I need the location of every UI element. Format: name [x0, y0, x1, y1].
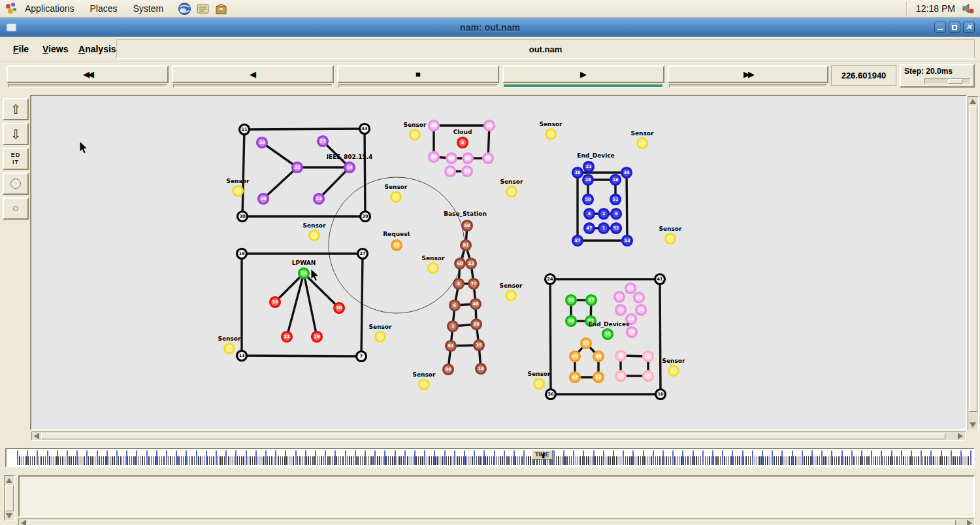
zoom-in-button[interactable]: ⇧ [3, 98, 29, 120]
window-titlebar[interactable]: nam: out.nam ✕ [0, 18, 980, 37]
back-button[interactable]: ◀ [172, 65, 334, 83]
net-node-29[interactable]: 29 [472, 320, 482, 330]
net-node-23[interactable]: 23 [318, 137, 328, 146]
net-node-25[interactable]: 25 [626, 284, 636, 294]
net-node-12[interactable]: 12 [594, 373, 604, 382]
net-node-sensor[interactable] [310, 231, 319, 241]
net-node-20[interactable]: 20 [259, 194, 269, 204]
net-node-13[interactable]: 13 [237, 351, 247, 361]
time-slider-handle[interactable]: TIME [532, 450, 553, 460]
net-node-7[interactable]: 7 [357, 352, 367, 362]
net-node-36[interactable]: 36 [566, 316, 576, 326]
net-node-46[interactable]: 46 [463, 154, 473, 163]
close-button[interactable]: ✕ [963, 22, 975, 33]
edit-button[interactable]: ED IT [3, 148, 29, 170]
net-node-40[interactable]: 40 [429, 121, 439, 131]
clock[interactable]: 12:18 PM [916, 3, 955, 14]
net-node-15[interactable]: 15 [485, 121, 495, 131]
scroll-left-arrow[interactable] [34, 433, 39, 439]
net-node-45[interactable]: 45 [570, 352, 580, 362]
net-node-81[interactable]: 81 [461, 241, 471, 250]
net-node-15[interactable]: 15 [476, 364, 486, 374]
net-node-sensor[interactable] [233, 186, 243, 196]
net-node-4[interactable]: 4 [585, 209, 595, 219]
net-node-sensor[interactable] [638, 139, 647, 148]
net-node-5[interactable]: 5 [458, 138, 468, 148]
net-node-21[interactable]: 21 [634, 293, 644, 303]
net-node-14[interactable]: 14 [345, 163, 355, 173]
net-node-53[interactable]: 53 [623, 236, 632, 246]
net-node-51[interactable]: 51 [611, 195, 621, 205]
net-node-54[interactable]: 54 [299, 269, 309, 279]
menu-system[interactable]: System [125, 0, 172, 18]
net-node-sensor[interactable] [534, 379, 544, 389]
menu-analysis[interactable]: Analysis [73, 39, 122, 59]
net-node-sensor[interactable] [507, 187, 517, 197]
timeline[interactable]: TIME [5, 448, 975, 467]
net-node-sensor[interactable] [429, 263, 438, 273]
gnome-menu-icon[interactable] [5, 3, 17, 14]
net-node-74[interactable]: 74 [463, 167, 472, 177]
net-node-33[interactable]: 33 [257, 138, 267, 148]
canvas-vscrollbar[interactable] [968, 96, 979, 430]
net-node-sensor[interactable] [376, 332, 385, 342]
canvas-hscrollbar[interactable] [31, 432, 966, 441]
net-node-39[interactable]: 39 [361, 212, 370, 222]
net-node-sensor[interactable] [666, 234, 676, 244]
net-node-2[interactable]: 2 [599, 209, 609, 219]
scroll-up-arrow[interactable] [970, 99, 976, 104]
net-node-11[interactable]: 11 [240, 125, 250, 135]
net-node-1[interactable]: 1 [599, 224, 609, 233]
stop-button[interactable]: ■ [337, 65, 499, 83]
volume-icon[interactable] [962, 3, 975, 14]
net-node-10[interactable]: 10 [656, 390, 666, 399]
node-small-button[interactable] [3, 197, 29, 220]
net-node-sensor[interactable] [669, 366, 679, 376]
vscroll-thumb[interactable] [969, 106, 977, 412]
net-node-16[interactable]: 16 [611, 175, 621, 185]
minimize-button[interactable] [934, 22, 946, 33]
net-node-87[interactable]: 87 [573, 236, 583, 246]
bottom-vscroll-thumb[interactable] [5, 485, 14, 511]
net-node-41[interactable]: 41 [655, 275, 665, 284]
zoom-out-button[interactable]: ⇩ [3, 123, 29, 145]
menu-file[interactable]: File [8, 39, 34, 59]
bottom-scroll-down-arrow[interactable] [6, 513, 12, 518]
net-node-49[interactable]: 49 [594, 352, 604, 362]
network-canvas[interactable]: SensorSensorSensorSensorSensorSensorSens… [30, 95, 967, 430]
net-node-34[interactable]: 34 [636, 305, 646, 315]
notes-icon[interactable] [196, 2, 210, 16]
net-node-29[interactable]: 29 [627, 328, 637, 337]
net-node-84[interactable]: 84 [444, 365, 453, 375]
bottom-scroll-left-arrow[interactable] [21, 520, 26, 525]
net-node-60[interactable]: 60 [455, 259, 465, 269]
net-node-35[interactable]: 35 [474, 341, 484, 350]
maximize-button[interactable] [949, 22, 960, 33]
net-node-6[interactable]: 6 [644, 371, 653, 381]
net-node-28[interactable]: 28 [583, 175, 593, 185]
bottom-hscroll-thumb[interactable] [28, 520, 956, 525]
net-node-33[interactable]: 33 [270, 297, 280, 307]
net-node-22[interactable]: 22 [314, 194, 324, 204]
bottom-scroll-right-arrow[interactable] [967, 520, 972, 525]
net-node-58[interactable]: 58 [463, 221, 472, 231]
net-node-42[interactable]: 42 [570, 373, 580, 382]
play-button[interactable]: ▶ [502, 65, 664, 83]
menu-applications[interactable]: Applications [17, 0, 82, 18]
step-control[interactable]: Step: 20.0ms [900, 64, 975, 88]
node-big-button[interactable] [3, 173, 29, 195]
net-node-56[interactable]: 56 [546, 390, 556, 399]
net-node-91[interactable]: 91 [446, 341, 456, 351]
net-node-32[interactable]: 32 [566, 296, 576, 305]
net-node-24[interactable]: 24 [546, 275, 555, 284]
net-node-77[interactable]: 77 [469, 279, 479, 289]
net-node-34[interactable]: 34 [622, 168, 632, 178]
net-node-21[interactable]: 21 [584, 162, 594, 172]
net-node-23[interactable]: 23 [466, 259, 476, 269]
net-node-9[interactable]: 9 [616, 351, 626, 361]
net-node-sensor[interactable] [410, 130, 420, 140]
fast-forward-button[interactable]: ▶▶ [668, 65, 828, 83]
net-node-17[interactable]: 17 [615, 292, 625, 302]
net-node-6[interactable]: 6 [450, 301, 460, 311]
net-node-35[interactable]: 35 [392, 241, 402, 250]
